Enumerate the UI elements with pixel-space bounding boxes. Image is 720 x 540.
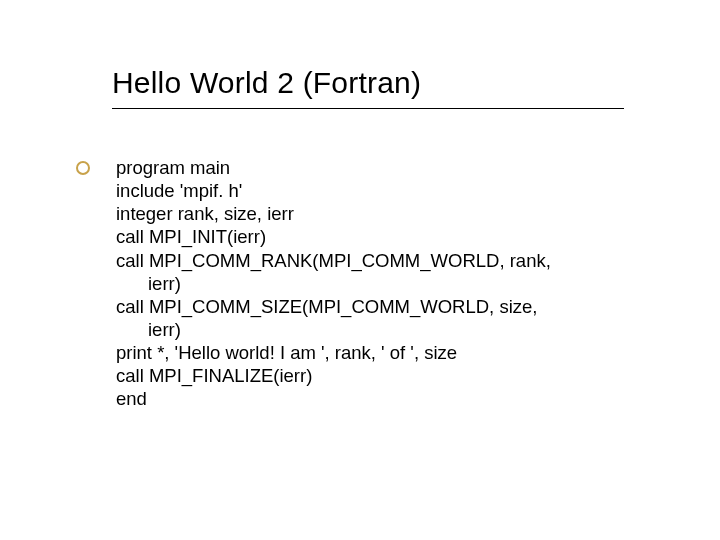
code-line: integer rank, size, ierr: [116, 202, 616, 225]
slide-title-row: Hello World 2 (Fortran): [112, 66, 632, 100]
title-underline: [112, 108, 624, 109]
slide-title: Hello World 2 (Fortran): [112, 66, 421, 99]
code-line: program main: [116, 156, 616, 179]
code-line: include 'mpif. h': [116, 179, 616, 202]
code-line: print *, 'Hello world! I am ', rank, ' o…: [116, 341, 616, 364]
code-line: end: [116, 387, 616, 410]
code-line-continuation: ierr): [116, 272, 616, 295]
slide: Hello World 2 (Fortran) program main inc…: [0, 0, 720, 540]
code-line: call MPI_COMM_RANK(MPI_COMM_WORLD, rank,: [116, 249, 616, 272]
code-line: call MPI_INIT(ierr): [116, 225, 616, 248]
code-line: call MPI_COMM_SIZE(MPI_COMM_WORLD, size,: [116, 295, 616, 318]
code-line: call MPI_FINALIZE(ierr): [116, 364, 616, 387]
code-line-continuation: ierr): [116, 318, 616, 341]
code-block: program main include 'mpif. h' integer r…: [116, 156, 616, 410]
bullet-icon: [76, 161, 90, 175]
